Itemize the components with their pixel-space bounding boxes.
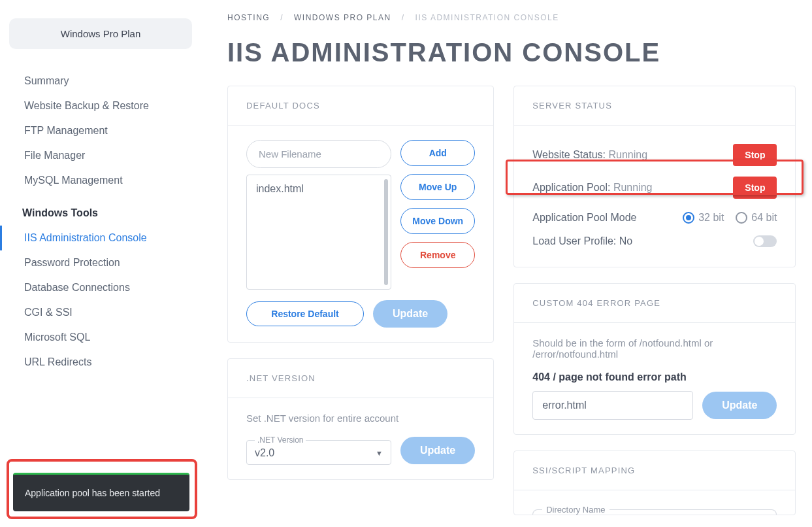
left-column: DEFAULT DOCS index.html Add — [227, 86, 494, 515]
load-profile-label: Load User Profile: No — [532, 235, 632, 247]
sidebar-item-cgi-ssi[interactable]: CGI & SSI — [0, 300, 201, 325]
toast-message: Application pool has been started — [25, 488, 160, 498]
breadcrumb: HOSTING / WINDOWS PRO PLAN / IIS ADMINIS… — [227, 13, 786, 22]
breadcrumb-sep-icon: / — [402, 13, 405, 22]
sidebar-heading-windows-tools: Windows Tools — [0, 193, 201, 226]
breadcrumb-hosting[interactable]: HOSTING — [227, 13, 270, 22]
custom-404-note: Should be in the form of /notfound.html … — [532, 337, 777, 360]
radio-selected-icon — [683, 212, 694, 224]
default-docs-card: DEFAULT DOCS index.html Add — [227, 86, 494, 343]
breadcrumb-sep-icon: / — [280, 13, 284, 22]
website-status-value: Running — [608, 149, 647, 160]
sidebar-item-microsoft-sql[interactable]: Microsoft SQL — [0, 325, 201, 350]
restore-default-button[interactable]: Restore Default — [246, 301, 364, 326]
sidebar-item-url-redirects[interactable]: URL Redirects — [0, 350, 201, 375]
net-version-note: Set .NET version for entire account — [246, 413, 475, 424]
sidebar-item-backup-restore[interactable]: Website Backup & Restore — [0, 94, 201, 118]
apppool-mode-label: Application Pool Mode — [532, 212, 636, 224]
website-status-label: Website Status: Running — [532, 149, 647, 161]
main-content: HOSTING / WINDOWS PRO PLAN / IIS ADMINIS… — [201, 0, 812, 527]
ssi-mapping-card: SSI/SCRIPT MAPPING Directory Name — [513, 450, 796, 515]
custom-404-header: CUSTOM 404 ERROR PAGE — [514, 284, 795, 323]
toggle-knob-icon — [755, 237, 764, 246]
breadcrumb-plan[interactable]: WINDOWS PRO PLAN — [294, 13, 391, 22]
sidebar-item-ftp-management[interactable]: FTP Management — [0, 118, 201, 143]
remove-button[interactable]: Remove — [400, 242, 475, 268]
server-status-card: SERVER STATUS Website Status: Running St… — [513, 86, 796, 267]
scrollbar[interactable] — [384, 179, 388, 285]
breadcrumb-current: IIS ADMINISTRATION CONSOLE — [415, 13, 559, 22]
sidebar-item-mysql-management[interactable]: MySQL Management — [0, 168, 201, 193]
plan-pill[interactable]: Windows Pro Plan — [9, 18, 192, 49]
default-docs-header: DEFAULT DOCS — [228, 86, 493, 126]
stop-website-button[interactable]: Stop — [733, 144, 777, 166]
right-column: SERVER STATUS Website Status: Running St… — [513, 86, 796, 515]
apppool-status-value: Running — [613, 182, 653, 193]
update-docs-button[interactable]: Update — [373, 300, 447, 328]
move-up-button[interactable]: Move Up — [400, 174, 475, 200]
net-version-header: .NET VERSION — [228, 359, 493, 398]
update-404-button[interactable]: Update — [702, 392, 777, 419]
sidebar-item-iis-admin-console[interactable]: IIS Administration Console — [0, 226, 201, 250]
custom-404-path-input[interactable] — [532, 391, 693, 420]
load-profile-value: No — [619, 235, 632, 246]
page-title: IIS ADMINISTRATION CONSOLE — [227, 38, 786, 67]
toast-notification: Application pool has been started — [13, 473, 189, 511]
move-down-button[interactable]: Move Down — [400, 208, 475, 234]
custom-404-field-label: 404 / page not found error path — [532, 371, 777, 383]
caret-down-icon: ▼ — [376, 449, 383, 457]
apppool-status-label: Application Pool: Running — [532, 182, 652, 194]
directory-name-field[interactable]: Directory Name — [532, 505, 777, 515]
net-version-value: v2.0 — [255, 447, 274, 459]
load-profile-toggle[interactable] — [753, 235, 777, 247]
server-status-header: SERVER STATUS — [514, 86, 795, 126]
custom-404-card: CUSTOM 404 ERROR PAGE Should be in the f… — [513, 283, 796, 435]
sidebar-item-summary[interactable]: Summary — [0, 69, 201, 94]
sidebar-item-database-connections[interactable]: Database Connections — [0, 275, 201, 300]
net-version-card: .NET VERSION Set .NET version for entire… — [227, 358, 494, 480]
radio-unselected-icon — [736, 212, 747, 224]
sidebar: Windows Pro Plan Summary Website Backup … — [0, 0, 201, 527]
stop-apppool-button[interactable]: Stop — [733, 177, 777, 199]
list-item[interactable]: index.html — [256, 182, 382, 196]
radio-64bit[interactable]: 64 bit — [736, 212, 777, 224]
sidebar-item-password-protection[interactable]: Password Protection — [0, 250, 201, 275]
ssi-mapping-header: SSI/SCRIPT MAPPING — [514, 451, 795, 490]
default-docs-listbox[interactable]: index.html — [246, 175, 391, 290]
update-net-version-button[interactable]: Update — [400, 437, 475, 464]
net-version-select[interactable]: .NET Version v2.0 ▼ — [246, 435, 391, 465]
add-button[interactable]: Add — [400, 140, 475, 166]
sidebar-item-file-manager[interactable]: File Manager — [0, 143, 201, 168]
new-filename-input[interactable] — [246, 140, 391, 168]
directory-name-label: Directory Name — [542, 505, 609, 515]
net-version-field-label: .NET Version — [255, 435, 306, 445]
radio-32bit[interactable]: 32 bit — [683, 212, 724, 224]
